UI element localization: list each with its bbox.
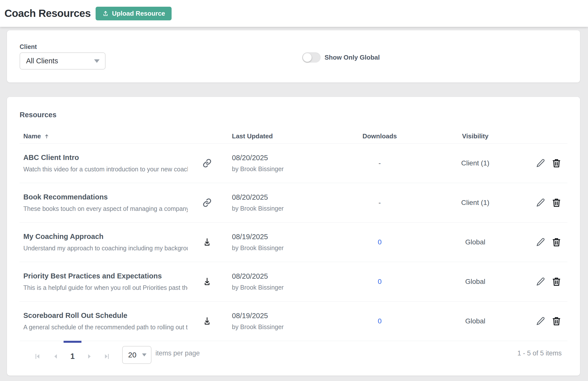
resource-description: A general schedule of the recommended pa… — [23, 324, 188, 331]
page-title: Coach Resources — [4, 7, 91, 19]
edit-button[interactable] — [536, 316, 546, 326]
column-header-last-updated[interactable]: Last Updated — [221, 132, 332, 140]
download-icon[interactable] — [202, 276, 212, 287]
table-row: My Coaching Approach Understand my appro… — [20, 223, 567, 262]
download-icon[interactable] — [202, 237, 212, 247]
copy-link-icon[interactable] — [202, 158, 212, 168]
client-label: Client — [20, 43, 37, 50]
updated-by: by Brook Bissinger — [232, 284, 332, 291]
first-page-icon — [34, 353, 41, 360]
edit-button[interactable] — [536, 158, 546, 168]
updated-by: by Brook Bissinger — [232, 205, 332, 212]
resource-description: Understand my approach to coaching inclu… — [23, 245, 188, 252]
edit-button[interactable] — [536, 277, 546, 287]
table-row: Priority Best Practices and Expectations… — [20, 262, 567, 302]
visibility-value: Global — [465, 238, 485, 246]
downloads-count: - — [378, 199, 381, 206]
downloads-count: - — [378, 159, 381, 167]
downloads-count[interactable]: 0 — [378, 317, 382, 325]
upload-button-label: Upload Resource — [112, 10, 165, 17]
resource-name: My Coaching Approach — [23, 232, 193, 241]
resource-description: These books touch on every aspect of man… — [23, 205, 188, 212]
resource-name: Scoreboard Roll Out Schedule — [23, 311, 193, 320]
updated-by: by Brook Bissinger — [232, 323, 332, 331]
resources-card: Resources Name Last Updated Downloads Vi… — [7, 97, 580, 376]
pencil-icon — [536, 237, 546, 247]
last-page-icon — [103, 353, 110, 360]
table-row: Book Recommendations These books touch o… — [20, 183, 567, 223]
show-only-global-label: Show Only Global — [325, 54, 380, 61]
edit-button[interactable] — [536, 198, 546, 208]
resource-name: ABC Client Intro — [23, 153, 193, 162]
pager: 1 20 items per page 1 - 5 of 5 items — [20, 342, 567, 376]
page-size-chevron-down-icon — [142, 353, 147, 356]
last-updated-date: 08/20/2025 — [232, 154, 332, 162]
visibility-value: Client (1) — [461, 199, 489, 206]
delete-button[interactable] — [551, 277, 561, 287]
trash-icon — [551, 277, 561, 287]
delete-button[interactable] — [551, 198, 561, 208]
pager-next-button[interactable] — [81, 348, 97, 364]
pager-range-label: 1 - 5 of 5 items — [517, 349, 562, 357]
column-header-downloads[interactable]: Downloads — [332, 132, 427, 140]
pager-last-button[interactable] — [99, 348, 114, 364]
copy-link-icon[interactable] — [202, 197, 212, 208]
resource-description: Watch this video for a custom introducti… — [23, 166, 188, 173]
upload-resource-button[interactable]: Upload Resource — [96, 7, 172, 20]
pencil-icon — [536, 316, 546, 326]
upload-icon — [102, 10, 109, 17]
column-header-name-label: Name — [23, 132, 41, 140]
last-updated-date: 08/19/2025 — [232, 312, 332, 320]
pencil-icon — [536, 198, 546, 208]
pager-previous-button[interactable] — [48, 348, 64, 364]
resources-table: Name Last Updated Downloads Visibility A… — [20, 129, 567, 341]
pencil-icon — [536, 158, 546, 168]
resource-description: This is a helpful guide for when you rol… — [23, 284, 188, 291]
next-page-icon — [86, 353, 93, 360]
delete-button[interactable] — [551, 237, 561, 247]
edit-button[interactable] — [536, 237, 546, 247]
updated-by: by Brook Bissinger — [232, 165, 332, 173]
delete-button[interactable] — [551, 316, 561, 326]
last-updated-date: 08/19/2025 — [232, 233, 332, 241]
delete-button[interactable] — [551, 158, 561, 168]
table-row: Scoreboard Roll Out Schedule A general s… — [20, 302, 567, 341]
pencil-icon — [536, 277, 546, 287]
chevron-down-icon — [94, 59, 100, 63]
show-only-global-toggle[interactable] — [302, 52, 321, 63]
column-header-visibility[interactable]: Visibility — [427, 132, 524, 140]
sort-ascending-icon — [44, 134, 49, 139]
client-select-value: All Clients — [26, 57, 58, 65]
pager-first-button[interactable] — [30, 348, 46, 364]
table-row: ABC Client Intro Watch this video for a … — [20, 144, 567, 183]
trash-icon — [551, 158, 561, 168]
downloads-count[interactable]: 0 — [378, 278, 382, 285]
trash-icon — [551, 316, 561, 326]
resource-name: Priority Best Practices and Expectations — [23, 272, 193, 280]
top-bar: Coach Resources Upload Resource — [0, 0, 588, 27]
filter-card: Client All Clients Show Only Global — [7, 30, 580, 82]
page-size-value: 20 — [128, 351, 136, 359]
download-icon[interactable] — [202, 316, 212, 326]
page-size-select[interactable]: 20 — [122, 346, 151, 364]
last-updated-date: 08/20/2025 — [232, 272, 332, 280]
visibility-value: Global — [465, 317, 485, 325]
updated-by: by Brook Bissinger — [232, 244, 332, 252]
column-header-name[interactable]: Name — [20, 132, 193, 140]
pager-page-1[interactable]: 1 — [65, 348, 80, 364]
trash-icon — [551, 198, 561, 208]
previous-page-icon — [52, 353, 59, 360]
downloads-count[interactable]: 0 — [378, 238, 382, 246]
client-select[interactable]: All Clients — [20, 52, 106, 70]
visibility-value: Global — [465, 278, 485, 285]
items-per-page-label: items per page — [155, 349, 200, 357]
current-page-indicator — [64, 341, 81, 343]
last-updated-date: 08/20/2025 — [232, 193, 332, 201]
visibility-value: Client (1) — [461, 159, 489, 167]
table-header-row: Name Last Updated Downloads Visibility — [20, 129, 567, 144]
trash-icon — [551, 237, 561, 247]
toggle-knob — [303, 53, 312, 62]
show-only-global-group: Show Only Global — [302, 52, 380, 63]
resources-title: Resources — [20, 111, 56, 119]
resource-name: Book Recommendations — [23, 193, 193, 201]
